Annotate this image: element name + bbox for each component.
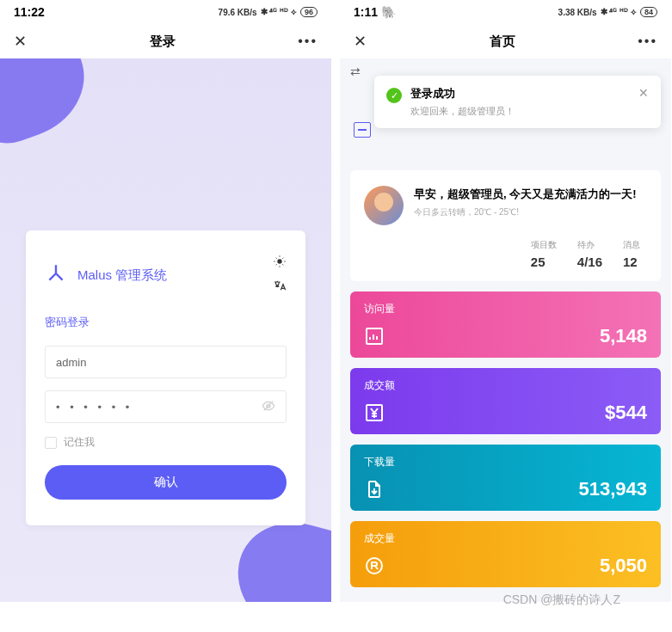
phone-home: 1:11 🐘 3.38 KB/s ✱ ⁴ᴳ ᴴᴰ ⟡ 84 ✕ 首页 ••• ⇄… bbox=[340, 0, 671, 602]
metric-deals[interactable]: 成交量 5,050 bbox=[350, 521, 661, 587]
svg-point-0 bbox=[277, 259, 281, 263]
theme-icon[interactable] bbox=[273, 255, 287, 272]
battery-icon: 96 bbox=[300, 7, 318, 17]
status-bar: 1:11 🐘 3.38 KB/s ✱ ⁴ᴳ ᴴᴰ ⟡ 84 bbox=[340, 0, 671, 24]
toast-title: 登录成功 bbox=[410, 86, 630, 101]
toast-close-icon[interactable]: ✕ bbox=[638, 86, 649, 100]
stat-messages: 消息 12 bbox=[623, 239, 640, 269]
status-indicators: 3.38 KB/s ✱ ⁴ᴳ ᴴᴰ ⟡ 84 bbox=[558, 7, 657, 17]
success-toast: ✓ 登录成功 欢迎回来，超级管理员！ ✕ bbox=[374, 76, 661, 128]
bar-chart-icon bbox=[364, 326, 385, 347]
metric-downloads[interactable]: 下载量 513,943 bbox=[350, 445, 661, 511]
close-icon[interactable]: ✕ bbox=[14, 32, 27, 51]
greeting-card: 早安，超级管理员, 今天又是充满活力的一天! 今日多云转晴，20℃ - 25℃!… bbox=[350, 170, 661, 281]
metric-visits[interactable]: 访问量 5,148 bbox=[350, 291, 661, 358]
page-title: 登录 bbox=[150, 34, 176, 50]
stat-todo: 待办 4/16 bbox=[577, 239, 602, 269]
brand-text: Malus 管理系统 bbox=[77, 267, 167, 284]
checkbox-icon[interactable] bbox=[45, 437, 57, 449]
battery-icon: 84 bbox=[640, 7, 657, 17]
close-icon[interactable]: ✕ bbox=[354, 32, 367, 51]
monitor-icon[interactable] bbox=[354, 122, 371, 138]
submit-button[interactable]: 确认 bbox=[45, 465, 287, 500]
toast-desc: 欢迎回来，超级管理员！ bbox=[410, 105, 630, 118]
stat-projects: 项目数 25 bbox=[531, 239, 557, 269]
logo-icon bbox=[45, 262, 67, 288]
more-icon[interactable]: ••• bbox=[298, 34, 318, 49]
avatar[interactable] bbox=[364, 186, 404, 225]
stats-row: 项目数 25 待办 4/16 消息 12 bbox=[364, 239, 647, 269]
phone-login: 11:22 79.6 KB/s ✱ ⁴ᴳ ᴴᴰ ⟡ 96 ✕ 登录 ••• bbox=[0, 0, 331, 602]
login-type-label: 密码登录 bbox=[45, 315, 287, 330]
check-icon: ✓ bbox=[386, 88, 402, 103]
footer-download[interactable]: 下载量 bbox=[464, 601, 498, 602]
watermark: CSDN @搬砖的诗人Z bbox=[503, 592, 620, 608]
eye-icon[interactable] bbox=[262, 399, 275, 415]
remember-checkbox[interactable]: 记住我 bbox=[45, 435, 287, 450]
status-bar: 11:22 79.6 KB/s ✱ ⁴ᴳ ᴴᴰ ⟡ 96 bbox=[0, 0, 331, 24]
status-time: 1:11 🐘 bbox=[354, 5, 396, 19]
yen-icon bbox=[364, 402, 385, 423]
registered-icon bbox=[364, 555, 385, 576]
home-background: ⇄ ✓ 登录成功 欢迎回来，超级管理员！ ✕ 早安，超级管理员, 今天又是充满活… bbox=[340, 58, 671, 602]
download-icon bbox=[364, 479, 385, 500]
title-bar: ✕ 首页 ••• bbox=[340, 24, 671, 58]
login-card: Malus 管理系统 密码登录 admin • • • • • • bbox=[26, 230, 305, 525]
decor-blob bbox=[0, 58, 100, 153]
menu-toggle-icon[interactable]: ⇄ bbox=[350, 64, 361, 78]
title-bar: ✕ 登录 ••• bbox=[0, 24, 331, 58]
password-input[interactable]: • • • • • • bbox=[45, 390, 287, 423]
more-icon[interactable]: ••• bbox=[638, 34, 657, 49]
login-background: Malus 管理系统 密码登录 admin • • • • • • bbox=[0, 58, 331, 602]
status-indicators: 79.6 KB/s ✱ ⁴ᴳ ᴴᴰ ⟡ 96 bbox=[219, 7, 318, 17]
status-time: 11:22 bbox=[14, 5, 45, 19]
username-input[interactable]: admin bbox=[45, 346, 287, 378]
metric-revenue[interactable]: 成交额 $544 bbox=[350, 368, 661, 434]
greeting-title: 早安，超级管理员, 今天又是充满活力的一天! bbox=[414, 186, 647, 203]
language-icon[interactable] bbox=[273, 279, 287, 296]
greeting-subtitle: 今日多云转晴，20℃ - 25℃! bbox=[414, 206, 647, 218]
page-title: 首页 bbox=[490, 34, 515, 50]
